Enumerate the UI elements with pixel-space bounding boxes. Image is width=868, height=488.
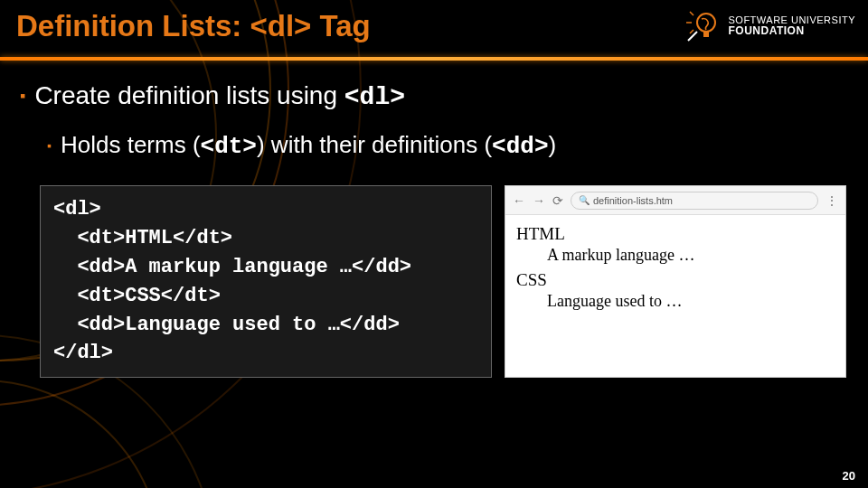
preview-dd2: Language used to … (547, 292, 835, 311)
menu-icon[interactable]: ⋮ (826, 193, 838, 208)
slide-title: Definition Lists: <dl> Tag (16, 9, 371, 43)
lightbulb-icon (680, 5, 722, 47)
address-bar[interactable]: 🔍 definition-lists.htm (571, 192, 818, 210)
search-icon: 🔍 (579, 195, 590, 205)
browser-preview: ← → ⟳ 🔍 definition-lists.htm ⋮ HTML A ma… (505, 185, 846, 378)
preview-dt2: CSS (516, 270, 835, 290)
browser-body: HTML A markup language … CSS Language us… (505, 215, 845, 333)
logo: SOFTWARE UNIVERSITY FOUNDATION (680, 5, 856, 47)
divider-bar (0, 57, 868, 61)
bullet-icon: ▪ (47, 138, 52, 153)
browser-toolbar: ← → ⟳ 🔍 definition-lists.htm ⋮ (505, 186, 845, 215)
code-block: <dl> <dt>HTML</dt> <dd>A markup language… (40, 185, 492, 378)
bullet2-mid: ) with their definitions ( (257, 131, 492, 158)
forward-icon[interactable]: → (533, 193, 545, 208)
bullet2-post: ) (549, 131, 557, 158)
preview-dt1: HTML (516, 224, 835, 244)
bullet1-code: <dl> (344, 83, 405, 111)
bullet-icon: ▪ (20, 87, 25, 106)
logo-text: SOFTWARE UNIVERSITY FOUNDATION (729, 14, 856, 37)
address-text: definition-lists.htm (593, 195, 673, 206)
back-icon[interactable]: ← (513, 193, 525, 208)
bullet-level2: ▪ Holds terms (<dt>) with their definiti… (47, 131, 848, 160)
svg-rect-1 (703, 32, 709, 37)
bullet2-code2: <dd> (492, 133, 548, 160)
bullet-level1: ▪ Create definition lists using <dl> (20, 81, 848, 111)
page-number: 20 (843, 469, 855, 483)
logo-line2: FOUNDATION (729, 25, 856, 37)
bullet2-pre: Holds terms ( (61, 131, 201, 158)
bullet2-code1: <dt> (201, 133, 257, 160)
reload-icon[interactable]: ⟳ (552, 193, 563, 208)
preview-dd1: A markup language … (547, 246, 835, 265)
bullet1-text: Create definition lists using (34, 81, 344, 109)
